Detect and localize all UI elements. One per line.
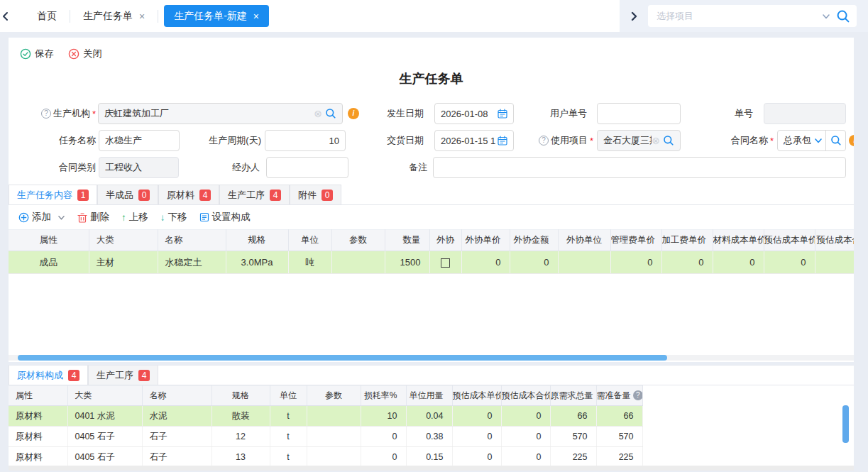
nav-back-button[interactable] [0,11,24,22]
bottom-table: 属性大类名称规格单位参数损耗率%单位用量预估成本单价预估成本合价原需求总量需准备… [9,385,854,468]
column-header: 外协 [429,230,461,251]
help-circle-icon[interactable]: ? [41,109,51,119]
scrollbar-thumb[interactable] [18,355,667,361]
production-cycle-field[interactable]: 10 [265,130,346,151]
delete-button[interactable]: 删除 [77,211,109,224]
task-name-field[interactable]: 水稳生产 [99,130,180,151]
column-header: 损耗率% [361,386,406,406]
project-select[interactable]: 选择项目 [648,5,857,27]
set-composition-button[interactable]: 设置构成 [199,211,251,224]
move-up-button[interactable]: ↑ 上移 [121,211,148,224]
info-icon[interactable]: i [849,135,854,146]
tab-label: 原材料 [167,189,194,202]
cell: 0401 水泥 [67,406,142,427]
column-header: 外协单位 [558,230,610,251]
tab-production-task-content[interactable]: 生产任务内容 1 [9,185,97,204]
outsource-checkbox[interactable] [441,258,450,268]
nav-tab-production-task[interactable]: 生产任务单 × [70,0,158,32]
cell: 0 [501,427,550,447]
contract-name-select[interactable]: 总承包 [777,130,846,151]
table-row[interactable]: 原材料0405 石子石子13t00.1500225225 [9,447,642,468]
count-badge: 4 [138,370,150,381]
cell [307,406,361,427]
cell: 水泥 [142,406,211,427]
tab-raw-material-composition[interactable]: 原材料构成 4 [9,365,88,385]
page-title: 生产任务单 [9,70,854,86]
remark-field[interactable] [433,157,846,178]
cell: 0 [452,447,501,468]
project-field[interactable]: 金石大厦三期 ⊗ [597,130,681,151]
production-org-field[interactable]: 庆虹建筑加工厂 ⊗ [98,103,343,124]
close-icon[interactable]: × [253,11,259,22]
save-button[interactable]: 保存 [20,48,54,60]
chevron-down-icon[interactable] [814,136,823,145]
tab-raw-materials[interactable]: 原材料 4 [158,185,219,204]
document-form: ? 生产机构* 庆虹建筑加工厂 ⊗ i 发生日期 2026-01-08 用户单号… [9,86,854,185]
handler-field[interactable] [266,157,348,178]
help-icon[interactable]: ? [633,390,642,400]
search-icon[interactable] [830,135,842,146]
info-icon[interactable]: i [348,108,359,119]
horizontal-scrollbar[interactable] [9,355,854,361]
cell: 570 [550,427,596,447]
cell: 225 [596,447,642,468]
table-row[interactable]: 成品主材水稳定土3.0MPa吨1500000000 [9,251,854,274]
nav-tab-production-task-new[interactable]: 生产任务单-新建 × [164,5,269,27]
cell: 0 [361,427,406,447]
search-icon[interactable] [836,9,850,23]
production-cycle-label: 生产周期(天) [179,130,261,151]
move-down-label: 下移 [168,211,187,224]
document-settings-icon [199,212,209,222]
column-header: 外协单价 [461,230,510,251]
bottom-tabs: 原材料构成 4 生产工序 4 [9,366,854,385]
move-down-button[interactable]: ↓ 下移 [160,211,187,224]
column-header: 属性 [9,386,67,406]
bottom-scrollbar-track[interactable] [9,466,854,471]
count-badge: 4 [270,190,281,201]
cell: 10 [361,406,406,427]
table-row[interactable]: 原材料0401 水泥水泥散装t100.04006666 [9,406,642,427]
nav-forward-button[interactable] [628,11,639,22]
required-asterisk: * [590,136,593,146]
table-row[interactable]: 原材料0405 石子石子12t00.3800570570 [9,427,642,447]
cell: 0 [501,406,550,427]
help-circle-icon[interactable]: ? [539,136,549,146]
clear-icon[interactable]: ⊗ [652,135,660,146]
count-badge: 4 [199,190,211,201]
tab-production-process-bottom[interactable]: 生产工序 4 [88,365,158,385]
nav-tab-home[interactable]: 首页 [24,0,70,32]
tab-semi-finished[interactable]: 半成品 0 [97,185,158,204]
cell: 石子 [142,427,211,447]
contract-type-label: 合同类别 [9,157,96,178]
tab-production-process[interactable]: 生产工序 4 [219,185,290,204]
column-header: 参数 [331,230,385,251]
top-nav-bar: 首页 生产任务单 × 生产任务单-新建 × 选择项目 [0,0,868,32]
plus-circle-icon [18,212,29,223]
delete-label: 删除 [90,211,109,224]
project-label: ? 使用项目* [498,130,593,151]
column-header: 原需求总量 [550,386,596,406]
cell: 0 [610,251,661,274]
count-badge: 0 [138,190,150,201]
user-doc-no-field[interactable] [597,103,681,124]
vertical-scrollbar-thumb[interactable] [842,405,849,443]
document-toolbar: 保存 关闭 [9,38,854,60]
close-button[interactable]: 关闭 [68,48,102,60]
cell: t [270,447,307,468]
clear-icon[interactable]: ⊗ [314,108,322,119]
search-icon[interactable] [325,108,336,119]
header-row: 属性大类名称规格单位参数损耗率%单位用量预估成本单价预估成本合价原需求总量需准备… [9,386,642,406]
delivery-date-label: 交货日期 [363,130,424,151]
chevron-down-icon[interactable] [822,12,830,21]
column-header: 参数 [307,386,361,406]
count-badge: 1 [77,190,89,201]
chevron-down-icon[interactable] [57,214,65,221]
close-icon[interactable]: × [139,11,145,22]
add-button[interactable]: 添加 [18,211,65,224]
topbar-right-section: 选择项目 [620,0,868,32]
column-header: 单位 [270,386,307,406]
search-icon[interactable] [663,135,674,146]
tab-attachments[interactable]: 附件 0 [290,185,341,204]
issue-date-field[interactable]: 2026-01-08 [434,103,514,124]
document-card: 保存 关闭 生产任务单 ? 生产机构* 庆虹建筑加工厂 ⊗ i 发生日期 202… [9,38,854,362]
